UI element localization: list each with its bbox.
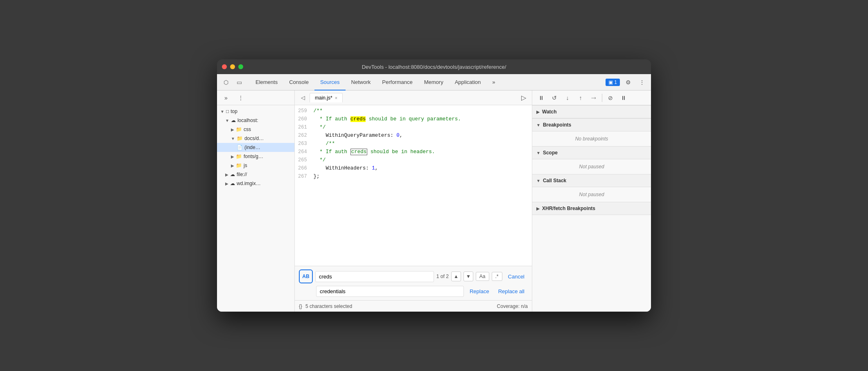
editor-tab-main-js[interactable]: main.js* × xyxy=(310,93,343,102)
code-line-260: 260 * If auth creds should be in query p… xyxy=(295,115,532,123)
device-toolbar-icon[interactable]: ▭ xyxy=(233,77,245,88)
find-replace-toggle[interactable]: AB xyxy=(299,269,313,283)
arrow-icon: ▶ xyxy=(231,127,234,132)
step-over-button[interactable]: ↺ xyxy=(549,92,560,104)
tab-close-icon[interactable]: × xyxy=(335,95,337,100)
tab-network[interactable]: Network xyxy=(346,75,377,90)
more-menu-icon[interactable]: ⋮ xyxy=(636,77,648,88)
tab-console[interactable]: Console xyxy=(283,75,314,90)
chevron-down-icon: ▼ xyxy=(536,179,540,183)
cloud-icon: ☁ xyxy=(231,118,236,123)
editor-tab-bar: ◁ main.js* × ▷ xyxy=(295,90,532,105)
code-line-265: 265 */ xyxy=(295,156,532,164)
call-stack-label: Call Stack xyxy=(543,178,566,183)
chevron-down-icon: ▼ xyxy=(536,151,540,155)
find-input[interactable] xyxy=(315,271,434,282)
sidebar-menu-icon[interactable]: ⋮ xyxy=(235,92,246,104)
breakpoints-body: No breakpoints xyxy=(532,131,651,146)
sidebar-toolbar: » ⋮ xyxy=(217,90,294,105)
replace-all-button[interactable]: Replace all xyxy=(495,287,528,296)
tab-performance[interactable]: Performance xyxy=(376,75,418,90)
traffic-lights xyxy=(222,64,243,69)
next-match-button[interactable]: ▼ xyxy=(463,271,473,281)
code-editor[interactable]: 259 /** 260 * If auth creds should be in… xyxy=(295,105,532,266)
sidebar-item-fonts[interactable]: ▶ 📁 fonts/g… xyxy=(217,152,294,161)
sidebar-item-top[interactable]: ▼ □ top xyxy=(217,107,294,116)
chevron-right-icon: ▶ xyxy=(536,206,540,211)
step-button[interactable]: ⤑ xyxy=(588,92,599,104)
step-out-button[interactable]: ↑ xyxy=(575,92,586,104)
devtools-body: ⬡ ▭ Elements Console Sources Network Per… xyxy=(217,74,651,312)
nav-icon-group: ⬡ ▭ xyxy=(220,77,245,88)
cancel-search-button[interactable]: Cancel xyxy=(505,272,528,281)
cloud-icon: ☁ xyxy=(230,181,235,186)
minimize-button[interactable] xyxy=(230,64,235,69)
pretty-print-icon[interactable]: {} xyxy=(299,303,302,309)
arrow-icon: ▼ xyxy=(231,136,235,141)
toolbar-separator xyxy=(602,94,602,102)
tab-more[interactable]: » xyxy=(486,75,501,90)
sidebar-item-file[interactable]: ▶ ☁ file:// xyxy=(217,170,294,179)
code-line-259: 259 /** xyxy=(295,107,532,115)
down-arrow-icon: ▼ xyxy=(466,274,471,279)
arrow-icon: ▼ xyxy=(225,118,229,123)
maximize-button[interactable] xyxy=(238,64,243,69)
prev-match-button[interactable]: ▲ xyxy=(451,271,461,281)
run-script-icon[interactable]: ▷ xyxy=(519,93,529,103)
sidebar-item-wd-imgix[interactable]: ▶ ☁ wd.imgix… xyxy=(217,179,294,188)
sidebar-item-docs[interactable]: ▼ 📁 docs/d… xyxy=(217,134,294,143)
file-tree: ▼ □ top ▼ ☁ localhost: ▶ 📁 css xyxy=(217,105,294,312)
code-line-261: 261 */ xyxy=(295,123,532,131)
code-line-266: 266 WithinHeaders: 1, xyxy=(295,164,532,172)
tab-application[interactable]: Application xyxy=(449,75,487,90)
editor-panel: ◁ main.js* × ▷ 259 /** xyxy=(295,90,532,312)
devtools-window: DevTools - localhost:8080/docs/devtools/… xyxy=(217,59,651,312)
main-content: » ⋮ ▼ □ top ▼ ☁ localhost: xyxy=(217,90,651,312)
arrow-icon: ▶ xyxy=(231,154,234,159)
debug-panel: ⏸ ↺ ↓ ↑ ⤑ ⊘ ⏸ ▶ Watch xyxy=(532,90,651,312)
folder-icon: 📁 xyxy=(236,154,242,159)
sidebar-item-js[interactable]: ▶ 📁 js xyxy=(217,161,294,170)
editor-nav-icon[interactable]: ◁ xyxy=(298,93,308,103)
pause-on-exceptions-button[interactable]: ⏸ xyxy=(618,92,629,104)
code-line-263: 263 /** xyxy=(295,140,532,148)
replace-button[interactable]: Replace xyxy=(466,287,493,296)
settings-icon[interactable]: ⚙ xyxy=(622,77,634,88)
sidebar-item-css[interactable]: ▶ 📁 css xyxy=(217,125,294,134)
sidebar-item-index[interactable]: 📄 (inde… xyxy=(217,143,294,152)
match-count: 1 of 2 xyxy=(436,274,449,279)
breakpoints-section-header[interactable]: ▼ Breakpoints xyxy=(532,118,651,131)
close-button[interactable] xyxy=(222,64,227,69)
arrow-icon: ▶ xyxy=(225,181,228,186)
replace-input[interactable] xyxy=(316,286,464,297)
replace-row: Replace Replace all xyxy=(299,286,528,297)
call-stack-section-header[interactable]: ▼ Call Stack xyxy=(532,174,651,187)
tab-sources[interactable]: Sources xyxy=(314,75,346,90)
step-into-button[interactable]: ↓ xyxy=(562,92,573,104)
top-navbar: ⬡ ▭ Elements Console Sources Network Per… xyxy=(217,74,651,90)
main-tabs: Elements Console Sources Network Perform… xyxy=(250,74,501,90)
sidebar-item-localhost[interactable]: ▼ ☁ localhost: xyxy=(217,116,294,125)
pause-button[interactable]: ⏸ xyxy=(536,92,547,104)
xhr-breakpoints-section-header[interactable]: ▶ XHR/fetch Breakpoints xyxy=(532,202,651,215)
folder-icon: 📁 xyxy=(237,136,243,141)
inspect-element-icon[interactable]: ⬡ xyxy=(220,77,232,88)
code-line-267: 267 }; xyxy=(295,172,532,181)
watch-section-header[interactable]: ▶ Watch xyxy=(532,105,651,118)
tab-memory[interactable]: Memory xyxy=(418,75,449,90)
deactivate-breakpoints-button[interactable]: ⊘ xyxy=(605,92,616,104)
editor-status-bar: {} 5 characters selected Coverage: n/a xyxy=(295,300,532,312)
xhr-breakpoints-label: XHR/fetch Breakpoints xyxy=(542,206,595,211)
case-sensitive-button[interactable]: Aa xyxy=(476,272,489,281)
file-sidebar: » ⋮ ▼ □ top ▼ ☁ localhost: xyxy=(217,90,295,312)
breakpoints-label: Breakpoints xyxy=(543,122,571,128)
tab-elements[interactable]: Elements xyxy=(250,75,283,90)
chat-badge[interactable]: ▣ 1 xyxy=(606,79,620,86)
sidebar-more-icon[interactable]: » xyxy=(220,92,232,104)
regex-button[interactable]: .* xyxy=(492,272,502,281)
call-stack-body: Not paused xyxy=(532,187,651,202)
arrow-icon: ▶ xyxy=(225,172,228,177)
window-title: DevTools - localhost:8080/docs/devtools/… xyxy=(362,64,506,70)
chevron-down-icon: ▼ xyxy=(536,123,540,127)
scope-section-header[interactable]: ▼ Scope xyxy=(532,146,651,159)
